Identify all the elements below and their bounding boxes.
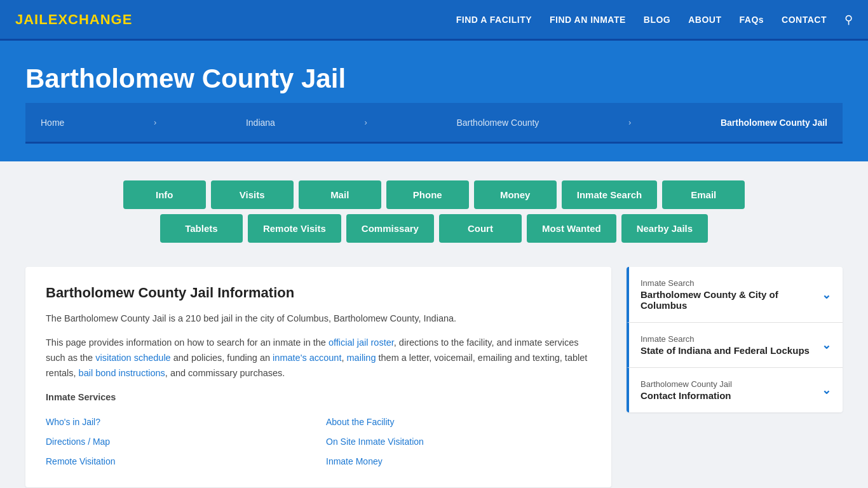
info-para1: The Bartholomew County Jail is a 210 bed… (46, 311, 591, 327)
sidebar-card-1-title: Bartholomew County & City of Columbus (641, 289, 822, 311)
sidebar-card-3-label: Bartholomew County Jail (641, 379, 732, 389)
para2-middle2: and policies, funding an (171, 353, 273, 363)
tab-commissary[interactable]: Commissary (346, 214, 434, 243)
page-title: Bartholomew County Jail (25, 64, 843, 94)
link-inmate-account[interactable]: inmate's account (273, 353, 341, 363)
chevron-down-icon-2: ⌄ (822, 338, 831, 352)
nav-links: FIND A FACILITY FIND AN INMATE BLOG ABOU… (456, 13, 853, 27)
sidebar-card-2[interactable]: Inmate Search State of Indiana and Feder… (627, 323, 843, 368)
sidebar-card-2-title: State of Indiana and Federal Lockups (641, 345, 810, 356)
tab-email[interactable]: Email (662, 180, 745, 209)
link-visitation[interactable]: visitation schedule (95, 353, 171, 363)
service-directions-map[interactable]: Directions / Map (46, 434, 311, 450)
main-content: Bartholomew County Jail Information The … (0, 254, 868, 488)
tab-remote-visits[interactable]: Remote Visits (248, 214, 341, 243)
tab-money[interactable]: Money (474, 180, 557, 209)
sidebar-card-2-label: Inmate Search (641, 334, 810, 344)
service-whos-in-jail[interactable]: Who's in Jail? (46, 414, 311, 430)
sidebar-card-3[interactable]: Bartholomew County Jail Contact Informat… (627, 368, 843, 412)
breadcrumb-sep3: › (628, 118, 631, 127)
nav-about[interactable]: ABOUT (688, 15, 721, 25)
para2-before: This page provides information on how to… (46, 337, 329, 348)
info-para2: This page provides information on how to… (46, 336, 591, 381)
tab-nearby-jails[interactable]: Nearby Jails (621, 214, 708, 243)
link-bail-bond[interactable]: bail bond instructions (79, 368, 165, 378)
nav-blog[interactable]: BLOG (644, 15, 670, 25)
sidebar-card-1-text: Inmate Search Bartholomew County & City … (641, 278, 822, 311)
para2-end2: , and commissary purchases. (165, 368, 285, 378)
services-heading: Inmate Services (46, 390, 591, 405)
service-inmate-money[interactable]: Inmate Money (326, 454, 591, 470)
para2-comma: , (341, 353, 346, 363)
breadcrumb-home[interactable]: Home (41, 118, 64, 128)
tab-info[interactable]: Info (123, 180, 206, 209)
tabs-row2: Tablets Remote Visits Commissary Court M… (25, 214, 843, 243)
breadcrumb-sep2: › (364, 118, 367, 127)
sidebar-card-1[interactable]: Inmate Search Bartholomew County & City … (627, 267, 843, 323)
nav-faqs[interactable]: FAQs (740, 15, 764, 25)
logo-part2: XCHANGE (58, 11, 132, 27)
search-icon[interactable]: ⚲ (844, 13, 853, 27)
services-grid: Who's in Jail? About the Facility Direct… (46, 414, 591, 470)
tab-mail[interactable]: Mail (299, 180, 381, 209)
sidebar-card-3-text: Bartholomew County Jail Contact Informat… (641, 379, 732, 401)
link-mailing[interactable]: mailing (347, 353, 376, 363)
hero-section: Bartholomew County Jail Home › Indiana ›… (0, 41, 868, 161)
tab-most-wanted[interactable]: Most Wanted (527, 214, 616, 243)
chevron-down-icon-3: ⌄ (822, 383, 831, 397)
link-jail-roster[interactable]: official jail roster (329, 337, 394, 348)
sidebar-card-2-text: Inmate Search State of Indiana and Feder… (641, 334, 810, 356)
info-title: Bartholomew County Jail Information (46, 285, 591, 301)
navbar: JAILEXCHANGE FIND A FACILITY FIND AN INM… (0, 0, 868, 41)
service-remote-visitation[interactable]: Remote Visitation (46, 454, 311, 470)
chevron-down-icon-1: ⌄ (822, 288, 831, 302)
logo-highlight: E (48, 11, 58, 27)
tab-tablets[interactable]: Tablets (160, 214, 243, 243)
info-panel: Bartholomew County Jail Information The … (25, 267, 611, 487)
breadcrumb-indiana[interactable]: Indiana (246, 118, 275, 128)
service-about-facility[interactable]: About the Facility (326, 414, 591, 430)
sidebar-card-3-title: Contact Information (641, 390, 732, 401)
tab-visits[interactable]: Visits (211, 180, 294, 209)
nav-contact[interactable]: CONTACT (782, 15, 827, 25)
breadcrumb-current: Bartholomew County Jail (721, 118, 827, 128)
breadcrumb-sep1: › (154, 118, 156, 127)
breadcrumb: Home › Indiana › Bartholomew County › Ba… (25, 103, 843, 144)
tabs-section: Info Visits Mail Phone Money Inmate Sear… (0, 161, 868, 254)
nav-find-inmate[interactable]: FIND AN INMATE (550, 15, 626, 25)
breadcrumb-county[interactable]: Bartholomew County (456, 118, 539, 128)
sidebar-card-1-label: Inmate Search (641, 278, 822, 288)
sidebar-panel: Inmate Search Bartholomew County & City … (627, 267, 843, 412)
site-logo[interactable]: JAILEXCHANGE (15, 11, 132, 28)
nav-find-facility[interactable]: FIND A FACILITY (456, 15, 532, 25)
tab-court[interactable]: Court (439, 214, 522, 243)
tabs-row1: Info Visits Mail Phone Money Inmate Sear… (25, 180, 843, 209)
tab-inmate-search[interactable]: Inmate Search (562, 180, 658, 209)
service-onsite-visitation[interactable]: On Site Inmate Visitation (326, 434, 591, 450)
logo-part1: JAIL (15, 11, 48, 27)
tab-phone[interactable]: Phone (386, 180, 469, 209)
